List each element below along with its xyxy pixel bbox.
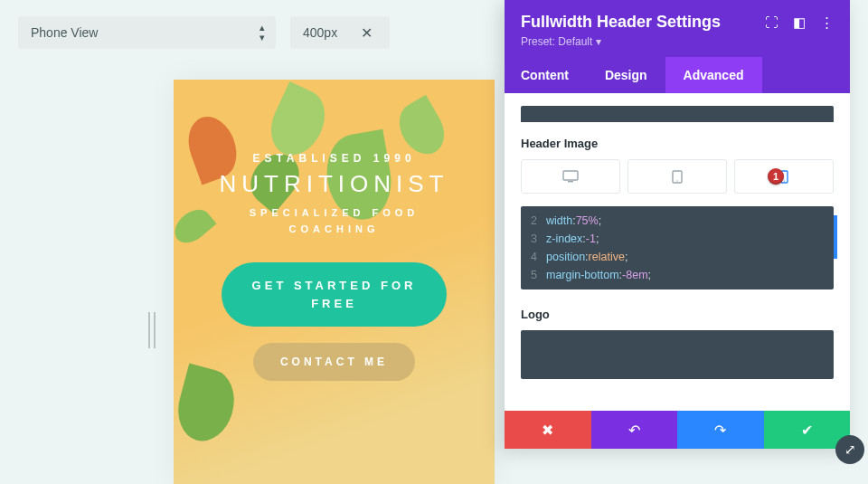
desktop-icon [562,170,579,183]
tablet-icon [672,170,683,184]
resize-handle[interactable] [148,312,163,348]
svg-point-5 [783,180,784,181]
established-text: ESTABLISED 1990 [220,152,449,165]
preset-dropdown[interactable]: Preset: Default ▾ [521,35,834,57]
device-phone-button[interactable]: 1 [734,159,834,194]
redo-icon: ↷ [714,422,726,439]
tab-advanced[interactable]: Advanced [665,57,762,93]
brand-title: NUTRITIONIST [220,170,449,198]
columns-icon[interactable]: ◧ [793,14,806,31]
undo-icon: ↶ [628,422,640,439]
more-icon[interactable]: ⋮ [820,14,834,31]
device-desktop-button[interactable] [521,159,620,194]
redo-button[interactable]: ↷ [677,411,764,449]
width-input-wrap: ✕ [290,16,390,49]
panel-header: Fullwidth Header Settings ⛶ ◧ ⋮ Preset: … [505,0,850,93]
device-tablet-button[interactable] [627,159,727,194]
view-select-wrap: Phone View ▴▾ [18,16,276,49]
width-input[interactable] [303,25,357,40]
scroll-indicator [834,215,837,259]
panel-body[interactable]: Header Image 1 2width:75%;3z-index:-1;4p… [505,93,850,411]
panel-footer: ✖ ↶ ↷ ✔ [505,411,850,449]
tab-content[interactable]: Content [521,57,587,93]
target-icon[interactable]: ⛶ [765,14,778,30]
undo-button[interactable]: ↶ [591,411,678,449]
css-code-editor[interactable]: 2width:75%;3z-index:-1;4position:relativ… [521,206,834,289]
panel-title: Fullwidth Header Settings [521,13,721,32]
subtitle: SPECIALIZED FOODCOACHING [220,205,449,237]
view-select[interactable]: Phone View [18,16,276,49]
logo-code-editor[interactable] [521,330,834,379]
contact-me-button[interactable]: CONTACT ME [253,343,415,381]
tabs: Content Design Advanced [521,57,834,93]
phone-preview: ESTABLISED 1990 NUTRITIONIST SPECIALIZED… [174,80,495,484]
close-icon: ✖ [542,422,553,439]
close-button[interactable]: ✖ [505,411,591,449]
header-image-label: Header Image [521,137,834,150]
get-started-button[interactable]: GET STARTED FORFREE [222,262,448,327]
settings-panel: Fullwidth Header Settings ⛶ ◧ ⋮ Preset: … [505,0,850,449]
svg-rect-0 [563,171,578,180]
logo-label: Logo [521,308,834,321]
tab-design[interactable]: Design [587,57,665,93]
svg-point-3 [676,180,677,181]
svg-rect-1 [568,181,573,182]
clear-width-button[interactable]: ✕ [357,24,376,42]
expand-button[interactable]: ⤢ [835,435,864,464]
collapsed-section[interactable] [521,106,834,122]
hero-section: ESTABLISED 1990 NUTRITIONIST SPECIALIZED… [174,80,495,484]
check-icon: ✔ [801,422,813,439]
expand-icon: ⤢ [844,441,856,458]
annotation-badge: 1 [768,168,784,185]
